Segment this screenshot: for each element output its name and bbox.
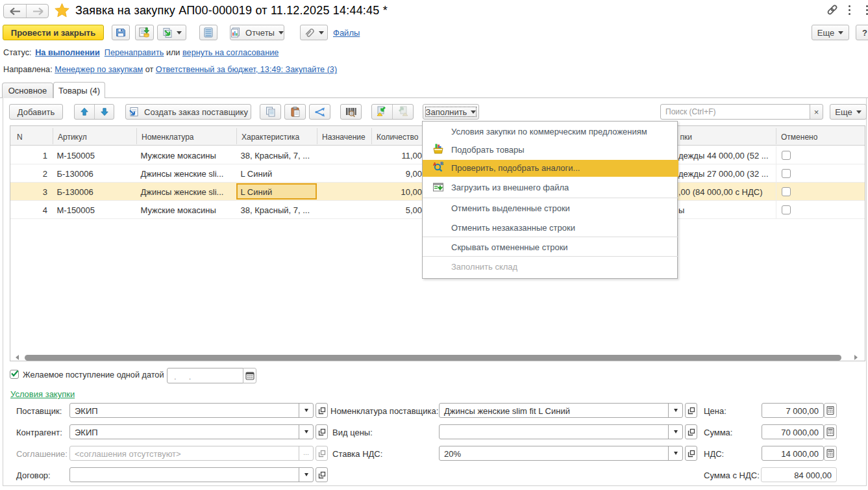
svg-text:B: B xyxy=(440,161,443,166)
svg-text:A: A xyxy=(433,162,436,166)
